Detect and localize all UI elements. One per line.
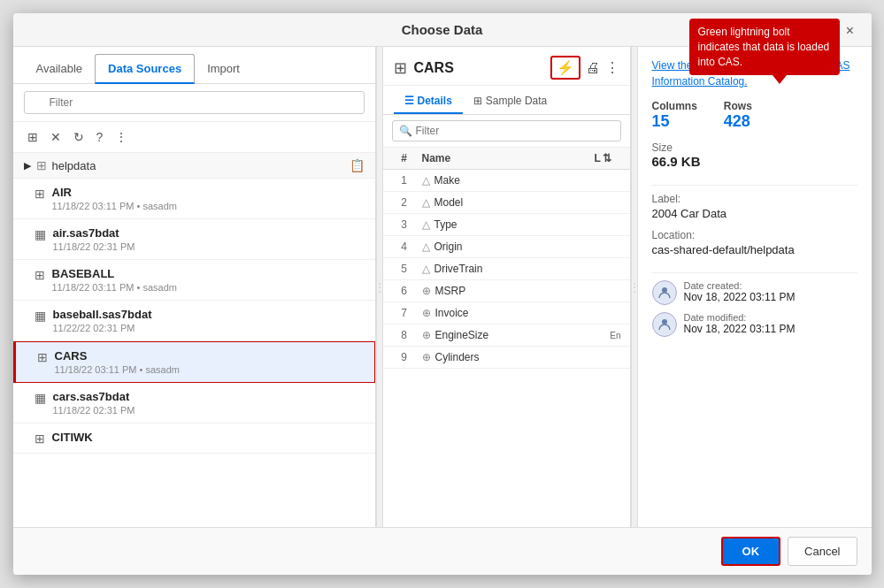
- list-item[interactable]: ▦ baseball.sas7bdat 11/22/22 02:31 PM: [13, 301, 375, 341]
- center-filter-wrap: 🔍: [392, 120, 621, 141]
- size-value: 66.9 KB: [652, 154, 857, 169]
- date-created-value: Nov 18, 2022 03:11 PM: [684, 291, 796, 303]
- export-icon[interactable]: 🖨: [586, 60, 600, 76]
- dialog-title: Choose Data: [402, 22, 483, 37]
- table-icon: ⊞: [37, 350, 48, 364]
- details-tab-label: Details: [418, 95, 452, 107]
- date-modified-label: Date modified:: [684, 312, 796, 323]
- tab-details[interactable]: ☰ Details: [394, 89, 463, 114]
- dataset-actions: ⚡ 🖨 ⋮: [550, 56, 619, 80]
- rows-stat: Rows 428: [724, 100, 752, 131]
- column-row[interactable]: 8 ⊕ EngineSize En: [383, 325, 630, 347]
- type-icon-triangle: △: [422, 174, 430, 187]
- left-tabs: Available Data Sources Import: [13, 47, 375, 84]
- ok-button[interactable]: OK: [721, 537, 781, 566]
- item-name: cars.sas7bdat: [53, 390, 365, 403]
- center-tabs: ☰ Details ⊞ Sample Data: [383, 89, 630, 115]
- left-filter-wrap: 🔍: [24, 91, 365, 114]
- item-name: BASEBALL: [52, 267, 365, 280]
- col-name-text: DriveTrain: [434, 263, 483, 275]
- left-panel: Available Data Sources Import 🔍 ⊞ ✕ ↻ ? …: [13, 47, 376, 527]
- rows-label: Rows: [724, 100, 752, 112]
- data-list: ⊞ AIR 11/18/22 03:11 PM • sasadm ▦ air.s…: [13, 179, 375, 527]
- center-filter-input[interactable]: [392, 120, 621, 141]
- col-name-text: Model: [434, 196, 464, 209]
- data-label: Label:: [652, 193, 857, 205]
- svg-point-0: [662, 287, 667, 293]
- column-row[interactable]: 6 ⊕ MSRP: [383, 280, 630, 302]
- help-icon[interactable]: ?: [93, 127, 107, 147]
- cas-tooltip-text: Green lightning bolt indicates that data…: [698, 26, 830, 68]
- more-icon[interactable]: ⋮: [111, 127, 131, 147]
- dialog-footer: OK Cancel: [13, 527, 872, 575]
- cancel-button[interactable]: Cancel: [788, 537, 857, 566]
- list-item[interactable]: ⊞ BASEBALL 11/18/22 03:11 PM • sasadm: [13, 260, 375, 301]
- type-icon-triangle: △: [422, 218, 430, 231]
- table-icon: ⊞: [35, 187, 45, 201]
- column-row[interactable]: 1 △ Make: [383, 170, 630, 192]
- tree-action-icon[interactable]: 📋: [350, 158, 365, 172]
- dataset-header: ⊞ CARS ⚡ 🖨 ⋮: [383, 47, 630, 86]
- tab-import[interactable]: Import: [195, 54, 252, 84]
- date-modified-row: Date modified: Nov 18, 2022 03:11 PM: [652, 312, 857, 337]
- data-value: 2004 Car Data: [652, 207, 857, 220]
- col-name-text: EngineSize: [435, 329, 489, 341]
- sort-icon[interactable]: ⇅: [603, 152, 611, 164]
- left-filter-box: 🔍: [13, 84, 375, 122]
- item-meta: 11/18/22 03:11 PM • sasadm: [52, 201, 365, 211]
- tree-folder-label: helpdata: [52, 159, 96, 172]
- column-row[interactable]: 9 ⊕ Cylinders: [383, 347, 630, 369]
- tree-header: ▶ ⊞ helpdata 📋: [13, 153, 375, 179]
- column-headers: # Name L ⇅: [383, 148, 630, 170]
- list-item-cars[interactable]: ⊞ CARS 11/18/22 03:11 PM • sasadm: [13, 341, 375, 383]
- adjust-icon[interactable]: ⊞: [24, 127, 42, 147]
- label-section: Label: 2004 Car Data: [652, 193, 857, 220]
- list-item[interactable]: ⊞ CITIWK: [13, 424, 375, 454]
- separator: [652, 272, 857, 273]
- tab-datasources[interactable]: Data Sources: [95, 54, 195, 84]
- right-resizer[interactable]: ⋮: [631, 47, 638, 527]
- right-panel: View the latest profile and analysis in …: [638, 47, 872, 527]
- item-meta: 11/18/22 02:31 PM: [53, 405, 365, 416]
- lightning-bolt-button[interactable]: ⚡: [550, 56, 580, 80]
- dataset-title: CARS: [414, 60, 543, 76]
- column-row[interactable]: 2 △ Model: [383, 192, 630, 214]
- tab-sample-data[interactable]: ⊞ Sample Data: [463, 89, 557, 114]
- col-name-text: Invoice: [435, 307, 469, 319]
- type-icon-circle: ⊕: [422, 329, 431, 341]
- column-row[interactable]: 4 △ Origin: [383, 236, 630, 258]
- column-row[interactable]: 3 △ Type: [383, 214, 630, 236]
- type-icon-circle: ⊕: [422, 351, 431, 363]
- list-item[interactable]: ⊞ AIR 11/18/22 03:11 PM • sasadm: [13, 179, 375, 219]
- refresh-icon[interactable]: ↻: [70, 127, 88, 147]
- left-filter-input[interactable]: [24, 91, 365, 114]
- list-item[interactable]: ▦ air.sas7bdat 11/18/22 02:31 PM: [13, 219, 375, 260]
- left-resizer[interactable]: ⋮: [376, 47, 383, 527]
- item-name: CITIWK: [52, 431, 365, 444]
- clear-icon[interactable]: ✕: [47, 127, 65, 147]
- center-filter: 🔍: [383, 115, 630, 148]
- left-toolbar: ⊞ ✕ ↻ ? ⋮: [13, 122, 375, 153]
- item-meta: 11/18/22 03:11 PM • sasadm: [52, 282, 365, 293]
- creator-avatar: [652, 280, 677, 305]
- column-row[interactable]: 7 ⊕ Invoice: [383, 302, 630, 325]
- columns-label: Columns: [652, 100, 697, 112]
- tree-expand-icon[interactable]: ▶: [24, 160, 31, 172]
- cas-tooltip: Green lightning bolt indicates that data…: [689, 19, 840, 75]
- close-button[interactable]: ×: [840, 20, 861, 42]
- more-options-icon[interactable]: ⋮: [605, 59, 619, 76]
- col-name-text: Cylinders: [435, 351, 480, 363]
- sample-data-label: Sample Data: [486, 95, 547, 107]
- list-item[interactable]: ▦ cars.sas7bdat 11/18/22 02:31 PM: [13, 383, 375, 424]
- choose-data-dialog: Green lightning bolt indicates that data…: [13, 13, 872, 575]
- type-icon-triangle: △: [422, 241, 430, 253]
- tab-available[interactable]: Available: [24, 54, 96, 84]
- col-header-label: L ⇅: [595, 152, 621, 164]
- table-icon: ⊞: [35, 268, 45, 282]
- dialog-body: Available Data Sources Import 🔍 ⊞ ✕ ↻ ? …: [13, 47, 872, 527]
- details-tab-icon: ☰: [404, 95, 414, 107]
- date-modified-value: Nov 18, 2022 03:11 PM: [684, 323, 796, 335]
- column-row[interactable]: 5 △ DriveTrain: [383, 258, 630, 280]
- col-name-text: Origin: [434, 241, 463, 253]
- stats-row: Columns 15 Rows 428: [652, 100, 857, 131]
